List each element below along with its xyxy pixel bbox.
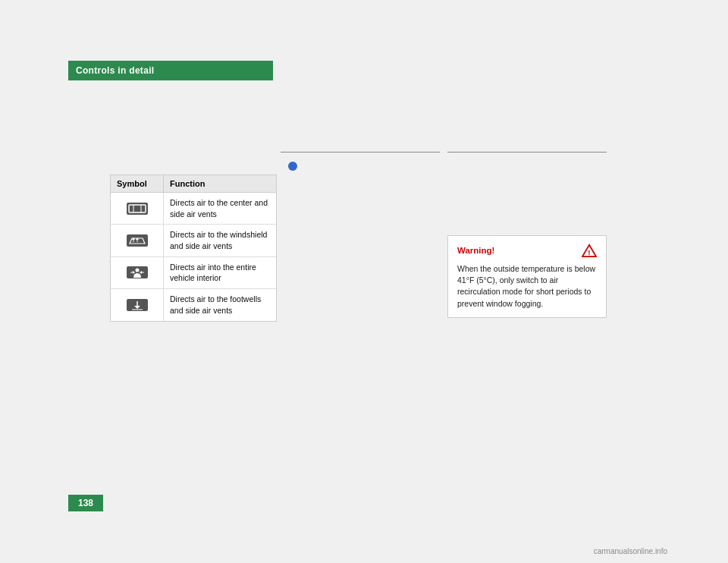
footer-watermark: carmanualsonline.info <box>594 547 667 555</box>
function-cell-2: Directs air to the windshield and side a… <box>164 225 276 256</box>
table-row: Directs air into the entire vehicle inte… <box>111 257 276 289</box>
warning-header: Warning! ! <box>457 244 597 257</box>
svg-point-10 <box>135 269 139 272</box>
page-number-badge: 138 <box>68 495 103 511</box>
function-cell-1: Directs air to the center and side air v… <box>164 193 276 224</box>
table-header-row: Symbol Function <box>111 175 276 193</box>
function-cell-3: Directs air into the entire vehicle inte… <box>164 257 276 288</box>
symbol-cell-1 <box>111 193 164 224</box>
symbol-cell-2 <box>111 225 164 256</box>
footwells-icon <box>126 298 149 312</box>
page-background: Controls in detail Symbol Function Direc… <box>0 0 728 563</box>
right-divider <box>447 152 607 153</box>
svg-text:!: ! <box>588 248 590 256</box>
section-header-label: Controls in detail <box>76 65 154 76</box>
windshield-icon <box>126 234 149 247</box>
center-vents-icon <box>126 202 149 215</box>
page-number: 138 <box>78 498 93 508</box>
symbol-cell-4 <box>111 289 164 320</box>
function-cell-4: Directs air to the footwells and side ai… <box>164 289 276 320</box>
warning-box: Warning! ! When the outside temperature … <box>447 235 607 318</box>
warning-triangle-icon: ! <box>582 244 597 257</box>
bullet-dot <box>288 162 297 171</box>
symbol-cell-3 <box>111 257 164 288</box>
section-header-bar: Controls in detail <box>68 61 273 80</box>
left-divider <box>281 152 440 153</box>
table-row: Directs air to the windshield and side a… <box>111 225 276 256</box>
table-row: Directs air to the footwells and side ai… <box>111 289 276 320</box>
col-header-function: Function <box>164 175 276 192</box>
col-header-symbol: Symbol <box>111 175 164 192</box>
warning-body: When the outside temperature is below 41… <box>457 263 597 310</box>
warning-title: Warning! <box>457 246 494 255</box>
symbol-function-table: Symbol Function Directs air to the cente… <box>110 175 277 322</box>
interior-icon <box>126 266 149 279</box>
table-row: Directs air to the center and side air v… <box>111 193 276 225</box>
